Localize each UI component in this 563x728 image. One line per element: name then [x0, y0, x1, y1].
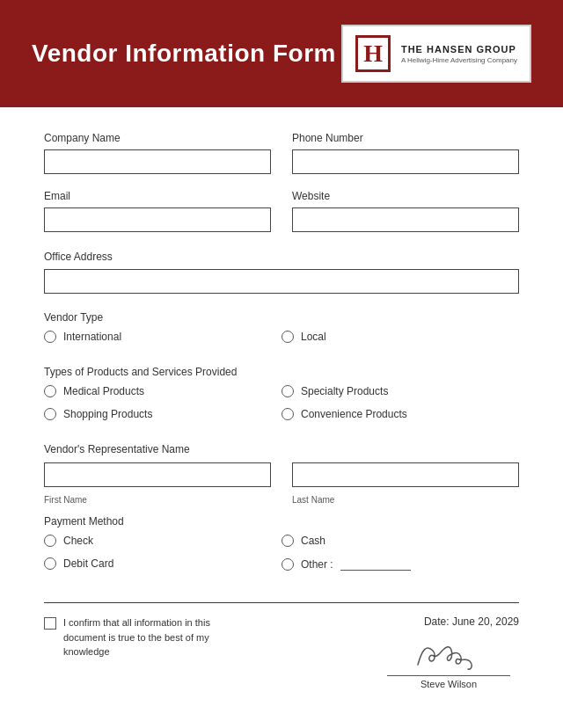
logo-letter: H [355, 35, 391, 72]
signature-image [405, 631, 493, 673]
radio-check[interactable] [44, 535, 56, 547]
payment-check-label: Check [63, 535, 93, 547]
payment-options: Check Debit Card Cash Other : [44, 535, 519, 576]
payment-col-left: Check Debit Card [44, 535, 282, 576]
products-label: Types of Products and Services Provided [44, 366, 519, 378]
confirm-text: I confirm that all information in this d… [63, 615, 239, 659]
website-label: Website [292, 190, 519, 202]
vendor-type-international-label: International [63, 331, 121, 343]
radio-cash[interactable] [282, 535, 294, 547]
logo-company-name: THE HANSEN GROUP [401, 44, 517, 55]
footer-row: I confirm that all information in this d… [44, 615, 519, 696]
payment-check[interactable]: Check [44, 535, 282, 547]
product-specialty[interactable]: Specialty Products [282, 385, 519, 397]
rep-name-inputs: First Name Last Name [44, 462, 519, 505]
vendor-type-international[interactable]: International [44, 331, 282, 343]
payment-cash[interactable]: Cash [282, 535, 519, 547]
payment-col-right: Cash Other : [282, 535, 519, 576]
email-field: Email [44, 190, 271, 232]
form-title: Vendor Information Form [32, 40, 336, 68]
office-address-label: Office Address [44, 251, 113, 263]
radio-shopping[interactable] [44, 408, 56, 420]
confirm-block: I confirm that all information in this d… [44, 615, 378, 659]
products-col-right: Specialty Products Convenience Products [282, 385, 519, 426]
rep-name-section: Vendor's Representative Name First Name … [44, 441, 519, 508]
vendor-type-section: Vendor Type International Local [44, 309, 519, 352]
phone-label: Phone Number [292, 132, 519, 144]
signer-name: Steve Wilson [420, 679, 477, 689]
product-shopping-label: Shopping Products [63, 408, 152, 420]
company-name-input[interactable] [44, 149, 271, 174]
confirm-checkbox[interactable] [44, 617, 56, 630]
radio-other[interactable] [282, 558, 294, 571]
logo-box: H THE HANSEN GROUP A Hellwig-Hime Advert… [341, 25, 531, 83]
divider [44, 602, 519, 603]
payment-section: Payment Method Check Debit Card Cash [44, 513, 519, 579]
logo-subtitle: A Hellwig-Hime Advertising Company [401, 56, 517, 64]
company-name-field: Company Name [44, 132, 271, 174]
first-name-field: First Name [44, 462, 271, 505]
last-name-label: Last Name [292, 495, 519, 505]
payment-debit[interactable]: Debit Card [44, 557, 282, 570]
first-name-input[interactable] [44, 462, 271, 487]
last-name-input[interactable] [292, 462, 519, 487]
other-line [340, 557, 411, 571]
product-shopping[interactable]: Shopping Products [44, 408, 282, 420]
product-specialty-label: Specialty Products [301, 385, 388, 397]
product-medical-label: Medical Products [63, 385, 144, 397]
vendor-type-local[interactable]: Local [282, 331, 519, 343]
payment-label: Payment Method [44, 515, 519, 528]
office-address-row: Office Address [44, 248, 519, 294]
signature-block: Date: June 20, 2029 Steve Wilson [378, 615, 519, 689]
row-company-phone: Company Name Phone Number [44, 132, 519, 174]
radio-debit[interactable] [44, 557, 56, 570]
vendor-type-label: Vendor Type [44, 311, 519, 324]
office-address-input[interactable] [44, 269, 519, 294]
website-field: Website [292, 190, 519, 232]
company-name-label: Company Name [44, 132, 271, 144]
page: Vendor Information Form H THE HANSEN GRO… [0, 0, 563, 728]
form-body: Company Name Phone Number Email Website … [0, 107, 563, 728]
vendor-type-col-right: Local [282, 331, 519, 348]
payment-cash-label: Cash [301, 535, 325, 547]
radio-convenience[interactable] [282, 408, 294, 420]
vendor-type-col-left: International [44, 331, 282, 348]
payment-debit-label: Debit Card [63, 557, 113, 570]
vendor-type-local-label: Local [301, 331, 326, 343]
radio-international[interactable] [44, 331, 56, 343]
date-text: Date: June 20, 2029 [424, 615, 519, 628]
products-options: Medical Products Shopping Products Speci… [44, 385, 519, 426]
radio-local[interactable] [282, 331, 294, 343]
payment-other[interactable]: Other : [282, 557, 519, 571]
products-col-left: Medical Products Shopping Products [44, 385, 282, 426]
signature-line [387, 675, 510, 676]
product-medical[interactable]: Medical Products [44, 385, 282, 397]
phone-field: Phone Number [292, 132, 519, 174]
radio-medical[interactable] [44, 385, 56, 397]
vendor-type-options: International Local [44, 331, 519, 348]
radio-specialty[interactable] [282, 385, 294, 397]
website-input[interactable] [292, 207, 519, 232]
header: Vendor Information Form H THE HANSEN GRO… [0, 0, 563, 107]
phone-input[interactable] [292, 149, 519, 174]
product-convenience-label: Convenience Products [301, 408, 407, 420]
email-label: Email [44, 190, 271, 202]
email-input[interactable] [44, 207, 271, 232]
payment-other-label: Other : [301, 558, 333, 571]
row-email-website: Email Website [44, 190, 519, 232]
logo-text: THE HANSEN GROUP A Hellwig-Hime Advertis… [401, 44, 517, 64]
products-section: Types of Products and Services Provided … [44, 364, 519, 429]
last-name-field: Last Name [292, 462, 519, 505]
first-name-label: First Name [44, 495, 271, 505]
rep-name-label: Vendor's Representative Name [44, 443, 519, 455]
product-convenience[interactable]: Convenience Products [282, 408, 519, 420]
